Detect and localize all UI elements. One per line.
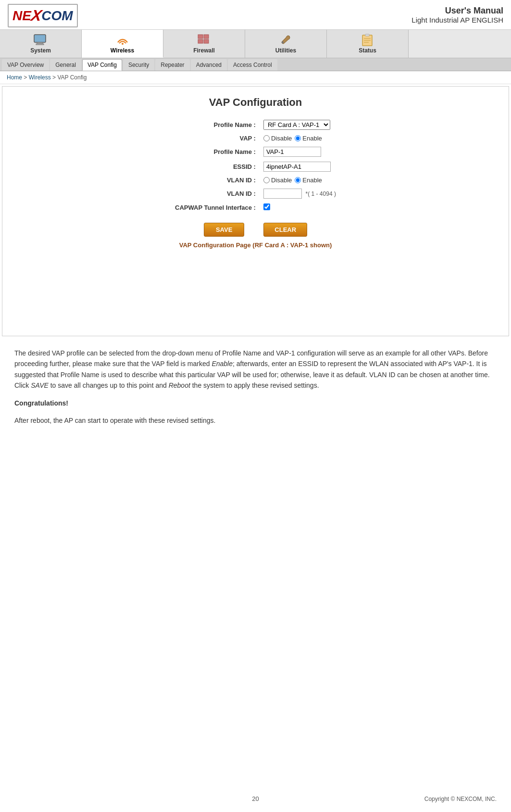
vlan-id-input-label: VLAN ID : <box>171 186 260 201</box>
essid-label: ESSID : <box>171 159 260 174</box>
nav-utilities-label: Utilities <box>275 47 296 54</box>
vlan-id-input[interactable] <box>263 189 302 199</box>
capwap-checkbox[interactable] <box>263 203 270 210</box>
logo-com: COM <box>41 8 73 24</box>
vap-caption: VAP Configuration Page (RF Card A : VAP-… <box>17 241 494 249</box>
nav-sub-vap-overview[interactable]: VAP Overview <box>2 59 49 71</box>
nav-wireless[interactable]: Wireless <box>82 30 163 58</box>
vlan-enable-label: Enable <box>302 177 322 184</box>
vlan-id-input-row: VLAN ID : *( 1 - 4094 ) <box>171 186 340 201</box>
nav-sub-general[interactable]: General <box>50 59 81 71</box>
vlan-id-label: VLAN ID : <box>171 174 260 186</box>
essid-row: ESSID : <box>171 159 340 174</box>
nav-wireless-label: Wireless <box>111 47 134 54</box>
main-content: VAP Configuration Profile Name : RF Card… <box>2 86 509 336</box>
svg-point-3 <box>122 43 124 45</box>
vap-disable-radio[interactable] <box>263 135 270 141</box>
nav-utilities[interactable]: Utilities <box>245 30 327 58</box>
nav-firewall-label: Firewall <box>193 47 215 54</box>
save-button[interactable]: SAVE <box>204 223 244 237</box>
nav-top: System Wireless Firewall Utilities <box>0 30 511 58</box>
profile-name-row: Profile Name : <box>171 144 340 159</box>
congratulations-text: Congratulations! <box>14 399 68 407</box>
breadcrumb-wireless[interactable]: Wireless <box>29 74 51 81</box>
vlan-disable-option: Disable <box>263 177 292 184</box>
vlan-id-controls: Disable Enable <box>260 174 340 186</box>
nav-sub: VAP Overview General VAP Config Security… <box>0 58 511 71</box>
vlan-id-hint: *( 1 - 4094 ) <box>306 190 336 197</box>
vap-enable-label: Enable <box>302 135 322 142</box>
nav-sub-security[interactable]: Security <box>123 59 154 71</box>
page-header: N E X COM User's Manual Light Industrial… <box>0 0 511 30</box>
vap-disable-label: Disable <box>271 135 292 142</box>
nexcom-logo: N E X COM <box>8 4 78 27</box>
form-buttons: SAVE CLEAR <box>17 223 494 237</box>
nav-sub-access-control[interactable]: Access Control <box>228 59 277 71</box>
firewall-icon <box>196 33 213 46</box>
vlan-disable-label: Disable <box>271 177 292 184</box>
svg-rect-0 <box>34 35 46 42</box>
svg-rect-2 <box>36 44 44 45</box>
copyright: Copyright © NEXCOM, INC. <box>424 796 497 802</box>
capwap-checkbox-area <box>260 201 340 214</box>
wireless-icon <box>114 33 131 46</box>
body-paragraph-1: The desired VAP profile can be selected … <box>14 348 497 391</box>
vlan-id-row: VLAN ID : Disable Enable <box>171 174 340 186</box>
vap-enable-option: Enable <box>295 135 322 142</box>
nav-sub-advanced[interactable]: Advanced <box>191 59 227 71</box>
svg-rect-7 <box>204 39 209 43</box>
vlan-enable-option: Enable <box>295 177 322 184</box>
breadcrumb: Home > Wireless > VAP Config <box>0 71 511 84</box>
profile-name-input[interactable] <box>263 147 321 157</box>
status-icon <box>359 33 376 46</box>
nav-system-label: System <box>30 47 51 54</box>
profile-name-field-label: Profile Name : <box>171 144 260 159</box>
svg-rect-4 <box>198 35 203 38</box>
svg-rect-10 <box>365 34 369 36</box>
italic-reboot: Reboot <box>169 381 190 389</box>
header-right: User's Manual Light Industrial AP ENGLIS… <box>411 4 503 24</box>
vlan-disable-radio[interactable] <box>263 177 270 183</box>
vlan-id-input-area: *( 1 - 4094 ) <box>260 186 340 201</box>
nav-status[interactable]: Status <box>327 30 409 58</box>
nav-sub-vap-config[interactable]: VAP Config <box>82 59 122 71</box>
congratulations-heading: Congratulations! <box>14 398 497 408</box>
essid-field-value <box>260 159 340 174</box>
profile-name-select[interactable]: RF Card A : VAP-1 RF Card A : VAP-2 <box>263 120 330 130</box>
vap-label: VAP : <box>171 132 260 144</box>
vlan-radio-group: Disable Enable <box>263 177 336 184</box>
utilities-icon <box>277 33 295 46</box>
italic-save: SAVE <box>31 381 49 389</box>
logo-n: N <box>12 8 22 24</box>
body-paragraph-2: After reboot, the AP can start to operat… <box>14 415 497 426</box>
capwap-row: CAPWAP Tunnel Interface : <box>171 201 340 214</box>
config-form: Profile Name : RF Card A : VAP-1 RF Card… <box>171 117 340 214</box>
italic-enable: Enable <box>212 360 233 368</box>
vap-disable-option: Disable <box>263 135 292 142</box>
nav-sub-repeater[interactable]: Repeater <box>155 59 189 71</box>
breadcrumb-current: VAP Config <box>57 74 87 81</box>
header-title-sub: Light Industrial AP ENGLISH <box>411 16 503 24</box>
capwap-label: CAPWAP Tunnel Interface : <box>171 201 260 214</box>
nav-status-label: Status <box>359 47 376 54</box>
svg-rect-5 <box>204 35 209 38</box>
clear-button[interactable]: CLEAR <box>263 223 307 237</box>
profile-name-field-value <box>260 144 340 159</box>
nav-system[interactable]: System <box>0 30 82 58</box>
vlan-enable-radio[interactable] <box>295 177 301 183</box>
logo-area: N E X COM <box>8 4 78 27</box>
vap-row: VAP : Disable Enable <box>171 132 340 144</box>
svg-rect-6 <box>198 39 203 43</box>
header-title-main: User's Manual <box>411 6 503 16</box>
vap-enable-radio[interactable] <box>295 135 301 141</box>
body-text: The desired VAP profile can be selected … <box>0 338 511 437</box>
nav-firewall[interactable]: Firewall <box>163 30 245 58</box>
profile-name-select-value: RF Card A : VAP-1 RF Card A : VAP-2 <box>260 117 340 132</box>
profile-name-select-label: Profile Name : <box>171 117 260 132</box>
profile-name-select-row: Profile Name : RF Card A : VAP-1 RF Card… <box>171 117 340 132</box>
system-icon <box>32 33 50 46</box>
breadcrumb-home[interactable]: Home <box>7 74 22 81</box>
page-title: VAP Configuration <box>17 96 494 109</box>
essid-input[interactable] <box>263 162 331 172</box>
vap-radios: Disable Enable <box>260 132 340 144</box>
